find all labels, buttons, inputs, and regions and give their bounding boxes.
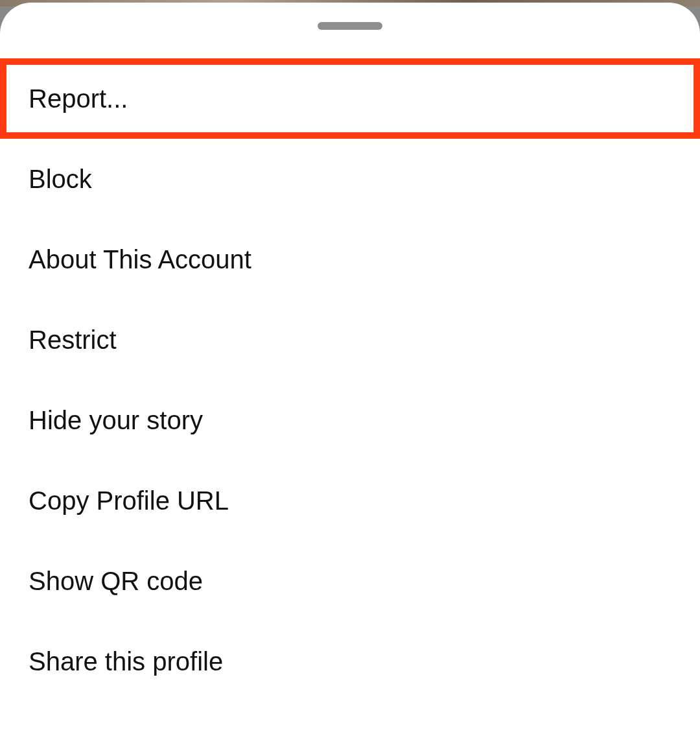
menu-item-label: Report...	[29, 84, 128, 113]
menu-item-block[interactable]: Block	[0, 139, 700, 219]
menu-item-restrict[interactable]: Restrict	[0, 300, 700, 380]
menu-item-copy-url[interactable]: Copy Profile URL	[0, 460, 700, 541]
menu-item-report[interactable]: Report...	[0, 58, 700, 139]
menu-item-label: Restrict	[29, 326, 117, 354]
menu-item-label: About This Account	[29, 245, 251, 274]
menu-item-about-account[interactable]: About This Account	[0, 219, 700, 300]
menu-item-hide-story[interactable]: Hide your story	[0, 380, 700, 460]
menu-list: Report... Block About This Account Restr…	[0, 58, 700, 702]
menu-item-label: Show QR code	[29, 567, 203, 595]
menu-item-share-profile[interactable]: Share this profile	[0, 621, 700, 702]
bottom-sheet: Report... Block About This Account Restr…	[0, 3, 700, 734]
menu-item-label: Copy Profile URL	[29, 486, 229, 515]
menu-item-label: Hide your story	[29, 406, 203, 434]
menu-item-show-qr[interactable]: Show QR code	[0, 541, 700, 621]
menu-item-label: Block	[29, 165, 92, 193]
drag-handle-icon[interactable]	[318, 22, 382, 30]
menu-item-label: Share this profile	[29, 647, 223, 676]
